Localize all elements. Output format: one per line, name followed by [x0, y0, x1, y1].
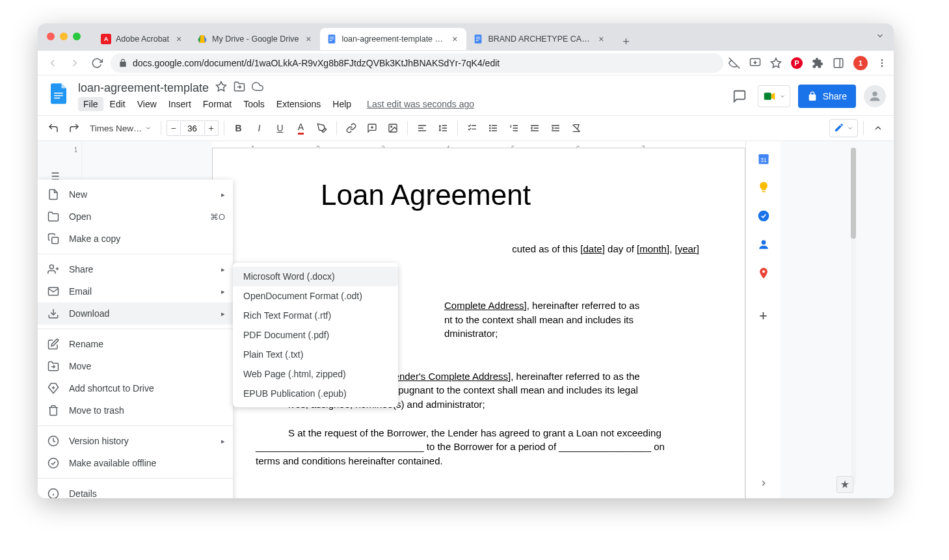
menu-new[interactable]: New▸ — [38, 183, 233, 206]
maps-icon[interactable] — [756, 266, 771, 280]
close-tab-icon[interactable]: × — [449, 34, 460, 44]
menu-version-history[interactable]: Version history▸ — [38, 430, 233, 452]
omnibox[interactable]: docs.google.com/document/d/1waOLkkA-R9vX… — [111, 53, 723, 73]
tabs-overflow-icon[interactable] — [875, 31, 885, 43]
browser-tab[interactable]: AAdobe Acrobat× — [94, 28, 191, 50]
minimize-window[interactable] — [60, 33, 68, 40]
insert-link-button[interactable] — [342, 119, 360, 137]
menu-download[interactable]: Download▸ — [38, 302, 233, 325]
underline-button[interactable]: U — [271, 119, 289, 137]
download-rtf[interactable]: Rich Text Format (.rtf) — [233, 306, 398, 325]
hide-menus-button[interactable] — [869, 119, 887, 137]
back-button[interactable] — [44, 55, 61, 72]
menu-move[interactable]: Move — [38, 355, 233, 377]
extensions-icon[interactable] — [812, 57, 823, 69]
menu-extensions[interactable]: Extensions — [271, 97, 326, 111]
menu-edit[interactable]: Edit — [105, 97, 131, 111]
menu-email[interactable]: Email▸ — [38, 280, 233, 302]
font-size-control[interactable]: − + — [167, 120, 219, 136]
sidepanel-icon[interactable] — [833, 57, 844, 69]
download-txt[interactable]: Plain Text (.txt) — [233, 345, 398, 364]
bullet-list-button[interactable] — [484, 119, 502, 137]
align-button[interactable] — [413, 119, 431, 137]
clear-formatting-button[interactable] — [567, 119, 585, 137]
tasks-icon[interactable] — [756, 209, 771, 223]
forward-button[interactable] — [66, 55, 83, 72]
vertical-scrollbar[interactable] — [851, 148, 856, 486]
comment-history-icon[interactable] — [729, 86, 750, 107]
star-icon[interactable] — [215, 81, 227, 95]
meet-button[interactable] — [758, 85, 790, 107]
undo-button[interactable] — [44, 119, 62, 137]
menu-format[interactable]: Format — [198, 97, 237, 111]
reload-button[interactable] — [88, 55, 105, 72]
menu-make-copy[interactable]: Make a copy — [38, 228, 233, 250]
numbered-list-button[interactable] — [505, 119, 523, 137]
get-addons-button[interactable]: + — [759, 308, 768, 325]
line-spacing-button[interactable] — [434, 119, 452, 137]
hide-eye-icon[interactable] — [728, 57, 740, 69]
menu-open[interactable]: Open⌘O — [38, 206, 233, 228]
insert-image-button[interactable] — [384, 119, 402, 137]
close-tab-icon[interactable]: × — [174, 34, 184, 44]
browser-tab[interactable]: BRAND ARCHETYPE CARDS -× — [466, 28, 613, 50]
download-odt[interactable]: OpenDocument Format (.odt) — [233, 286, 398, 306]
download-epub[interactable]: EPUB Publication (.epub) — [233, 384, 398, 403]
bold-button[interactable]: B — [230, 119, 248, 137]
bookmark-star-icon[interactable] — [770, 57, 782, 69]
download-pdf[interactable]: PDF Document (.pdf) — [233, 325, 398, 345]
italic-button[interactable]: I — [250, 119, 269, 137]
cloud-status-icon[interactable] — [252, 81, 263, 95]
install-icon[interactable] — [749, 57, 761, 69]
browser-menu-icon[interactable] — [877, 58, 887, 68]
account-avatar[interactable] — [864, 85, 886, 107]
menu-details[interactable]: Details — [38, 483, 233, 498]
font-family-select[interactable]: Times New… — [86, 124, 155, 133]
menu-tools[interactable]: Tools — [238, 97, 270, 111]
font-size-input[interactable] — [181, 120, 204, 136]
menu-trash[interactable]: Move to trash — [38, 399, 233, 421]
maximize-window[interactable] — [73, 33, 81, 40]
document-title[interactable]: loan-agreement-template — [78, 81, 209, 95]
font-size-decrease[interactable]: − — [167, 120, 181, 136]
keep-icon[interactable] — [756, 180, 771, 194]
docs-logo-icon[interactable] — [46, 81, 72, 107]
download-html[interactable]: Web Page (.html, zipped) — [233, 364, 398, 384]
contacts-icon[interactable] — [756, 237, 771, 252]
browser-tab[interactable]: My Drive - Google Drive× — [191, 28, 320, 50]
highlight-button[interactable] — [313, 119, 331, 137]
menu-rename[interactable]: Rename — [38, 333, 233, 355]
outdent-button[interactable] — [526, 119, 544, 137]
svg-point-19 — [881, 59, 883, 61]
pinterest-extension-icon[interactable]: P — [791, 57, 803, 69]
menu-insert[interactable]: Insert — [163, 97, 196, 111]
new-tab-button[interactable]: + — [617, 33, 635, 51]
calendar-icon[interactable]: 31 — [756, 152, 771, 166]
font-size-increase[interactable]: + — [204, 120, 219, 136]
checklist-button[interactable] — [463, 119, 481, 137]
hide-sidepanel-button[interactable] — [759, 479, 768, 490]
menu-offline[interactable]: Make available offline — [38, 452, 233, 474]
share-button[interactable]: Share — [798, 85, 856, 108]
move-folder-icon[interactable] — [234, 81, 245, 95]
menu-file[interactable]: File — [78, 97, 103, 111]
close-window[interactable] — [47, 33, 55, 40]
close-tab-icon[interactable]: × — [303, 34, 314, 44]
profile-avatar-icon[interactable]: 1 — [853, 56, 868, 70]
editing-mode-button[interactable] — [829, 119, 858, 137]
download-word[interactable]: Microsoft Word (.docx) — [233, 267, 398, 286]
text-color-button[interactable]: A — [292, 119, 310, 137]
insert-comment-button[interactable] — [363, 119, 381, 137]
close-tab-icon[interactable]: × — [596, 34, 606, 44]
svg-marker-25 — [217, 82, 226, 91]
menu-share[interactable]: Share▸ — [38, 258, 233, 280]
explore-button[interactable] — [836, 476, 853, 493]
menu-help[interactable]: Help — [327, 97, 356, 111]
browser-tab[interactable]: loan-agreement-template - Go× — [320, 28, 466, 50]
redo-button[interactable] — [65, 119, 83, 137]
menu-add-shortcut[interactable]: Add shortcut to Drive — [38, 377, 233, 399]
indent-button[interactable] — [546, 119, 565, 137]
last-edit-text[interactable]: Last edit was seconds ago — [367, 99, 474, 109]
menu-view[interactable]: View — [132, 97, 162, 111]
window-controls — [47, 33, 81, 40]
